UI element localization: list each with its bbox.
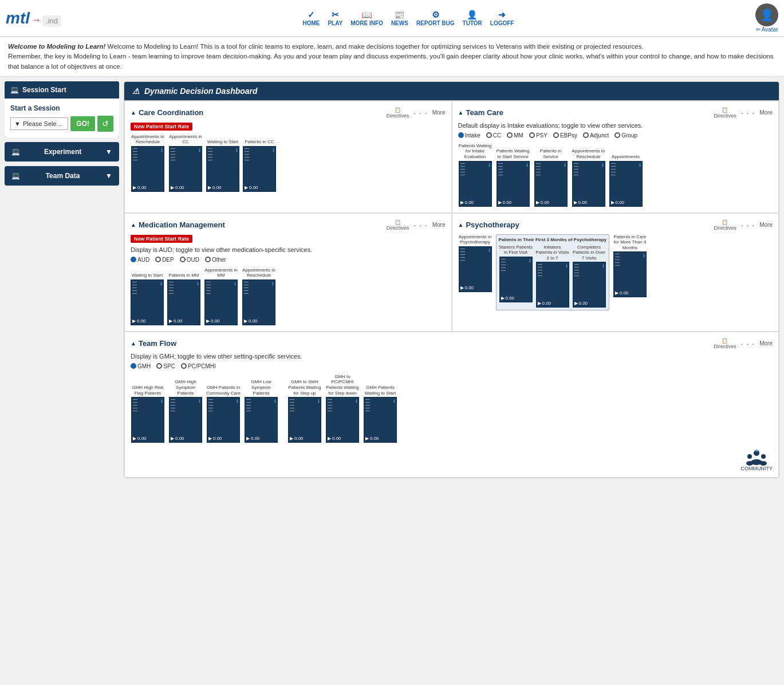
- gauge-label: Appointments to Reschedule: [131, 134, 165, 145]
- info-icon[interactable]: ℹ: [526, 163, 528, 168]
- experiment-icon: 💻: [11, 148, 20, 156]
- radio-cc[interactable]: CC: [486, 132, 501, 139]
- go-button[interactable]: GO!: [70, 116, 95, 131]
- gauge-arrow-icon: ▶: [206, 318, 210, 324]
- gauge-label: GMH High Symptom Patients: [168, 379, 203, 396]
- info-icon[interactable]: ℹ: [272, 281, 274, 286]
- cc-more-dots: · · ·: [413, 108, 427, 117]
- radio-dep[interactable]: DEP: [155, 257, 174, 263]
- radio-pcpcmhi[interactable]: PC/PCMHI: [181, 363, 216, 369]
- radio-aud[interactable]: AUD: [131, 257, 149, 263]
- info-icon[interactable]: ℹ: [639, 163, 641, 168]
- info-icon[interactable]: ℹ: [564, 163, 566, 168]
- gauge-chart: ℹ ▶ 0.00: [204, 279, 238, 325]
- mm-directives-button[interactable]: 📋 Directives: [387, 219, 409, 231]
- gauge-chart: ℹ ▶: [499, 257, 533, 302]
- info-icon[interactable]: ℹ: [234, 281, 236, 286]
- nav-news[interactable]: 📰NEWS: [391, 10, 408, 26]
- info-icon[interactable]: ℹ: [529, 258, 531, 263]
- radio-adjunct[interactable]: Adjunct: [583, 132, 609, 139]
- tc-directives-button[interactable]: 📋 Directives: [714, 107, 736, 119]
- info-icon[interactable]: ℹ: [643, 253, 645, 258]
- dashboard: ⚠ Dynamic Decision Dashboard ▲ Care Coor…: [124, 81, 779, 478]
- psy-more-button[interactable]: More: [759, 222, 773, 228]
- radio-dot: [131, 363, 136, 369]
- medication-management-quadrant: ▲ Medication Management 📋 Directives · ·…: [124, 213, 452, 332]
- info-icon[interactable]: ℹ: [356, 399, 357, 404]
- info-icon[interactable]: ℹ: [318, 399, 320, 404]
- tc-more-button[interactable]: More: [759, 109, 773, 116]
- info-icon[interactable]: ℹ: [274, 399, 276, 404]
- book-icon: 📖: [361, 10, 372, 20]
- gauge-value: 0.00: [211, 318, 220, 324]
- info-icon[interactable]: ℹ: [488, 163, 490, 168]
- gauge-label: Appointments in Psychotherapy: [458, 234, 493, 245]
- reset-button[interactable]: ↺: [97, 116, 113, 132]
- radio-psy[interactable]: PSY: [529, 132, 547, 139]
- gauge-value: 0.00: [213, 436, 222, 441]
- avatar-section[interactable]: 👤 ✏ Avatar: [755, 3, 778, 33]
- info-icon[interactable]: ℹ: [488, 248, 490, 253]
- info-icon[interactable]: ℹ: [199, 148, 200, 153]
- radio-group[interactable]: Group: [614, 132, 637, 139]
- info-icon[interactable]: ℹ: [602, 263, 604, 269]
- info-icon[interactable]: ℹ: [566, 263, 568, 269]
- gauge-chart: ℹ ▶ 0.00: [572, 161, 605, 207]
- gauge-ticks: [133, 399, 163, 436]
- info-icon[interactable]: ℹ: [273, 148, 274, 153]
- nav-more-info[interactable]: 📖MORE INFO: [350, 10, 383, 26]
- gauge-bottom: ▶ 0.00: [460, 200, 490, 205]
- info-icon[interactable]: ℹ: [236, 148, 238, 153]
- radio-spc[interactable]: SPC: [156, 363, 175, 369]
- session-dropdown[interactable]: ▼ Please Sele...: [10, 117, 68, 130]
- info-icon[interactable]: ℹ: [161, 148, 163, 153]
- gauge-chart: ℹ ▶ 0.00: [242, 279, 275, 325]
- psy-directives-button[interactable]: 📋 Directives: [714, 219, 736, 231]
- gauge-chart: ℹ ▶: [573, 262, 606, 308]
- info-icon[interactable]: ℹ: [393, 399, 395, 404]
- radio-ebpsy[interactable]: EBPsy: [553, 132, 577, 139]
- radio-gmh[interactable]: GMH: [131, 363, 151, 369]
- info-icon[interactable]: ℹ: [161, 399, 163, 404]
- psy-more-dots: · · ·: [741, 221, 755, 230]
- info-icon[interactable]: ℹ: [199, 399, 200, 404]
- radio-intake[interactable]: Intake: [458, 132, 480, 139]
- gauge-label: Appointments in CC: [168, 134, 203, 145]
- tf-more-button[interactable]: More: [759, 340, 773, 347]
- nav-report-bug[interactable]: ⚙REPORT BUG: [416, 10, 455, 26]
- cc-directives-button[interactable]: 📋 Directives: [387, 107, 409, 119]
- radio-mm[interactable]: MM: [507, 132, 523, 139]
- nav-play[interactable]: ✂PLAY: [328, 10, 342, 26]
- community-button[interactable]: COMMUNITY: [741, 448, 773, 471]
- radio-other[interactable]: Other: [205, 257, 226, 263]
- nav-home[interactable]: ✓HOME: [302, 10, 320, 26]
- radio-dot: [507, 132, 513, 138]
- gauge-bottom: ▶ 0.00: [574, 301, 604, 306]
- gauge-arrow-icon: ▶: [290, 436, 293, 441]
- welcome-text: Welcome to Modeling to Learn! Welcome to…: [0, 37, 784, 77]
- cc-title: ▲ Care Coordination: [131, 108, 203, 117]
- logo-text: mtl: [6, 9, 30, 27]
- team-data-section[interactable]: 💻 Team Data ▼: [5, 166, 119, 186]
- info-icon[interactable]: ℹ: [602, 163, 604, 168]
- info-icon[interactable]: ℹ: [237, 399, 238, 404]
- nav-tutor[interactable]: 👤TUTOR: [463, 10, 482, 26]
- play-icon: ✂: [332, 10, 339, 20]
- radio-dot: [156, 363, 162, 369]
- gauge-label: GMH Patients Waiting to Start: [363, 385, 397, 396]
- gauge-ticks: [574, 264, 604, 301]
- gauge-value: 0.00: [249, 185, 258, 190]
- gauge-chart: ℹ ▶ 0.00: [459, 161, 492, 207]
- mm-more-button[interactable]: More: [432, 222, 446, 228]
- experiment-section[interactable]: 💻 Experiment ▼: [5, 142, 119, 162]
- avatar-label: ✏ Avatar: [756, 26, 778, 33]
- info-icon[interactable]: ℹ: [160, 281, 162, 286]
- nav-logoff[interactable]: ➜LOGOFF: [490, 10, 514, 26]
- radio-oud[interactable]: OUD: [180, 257, 199, 263]
- info-icon[interactable]: ℹ: [197, 281, 199, 286]
- cc-more-button[interactable]: More: [432, 109, 446, 116]
- cc-gauges: Appointments to Reschedule ℹ: [131, 134, 446, 192]
- tf-directives-button[interactable]: 📋 Directives: [714, 338, 736, 349]
- tf-radio-group: GMH SPC PC/PCMHI: [131, 363, 773, 369]
- news-icon: 📰: [394, 10, 405, 20]
